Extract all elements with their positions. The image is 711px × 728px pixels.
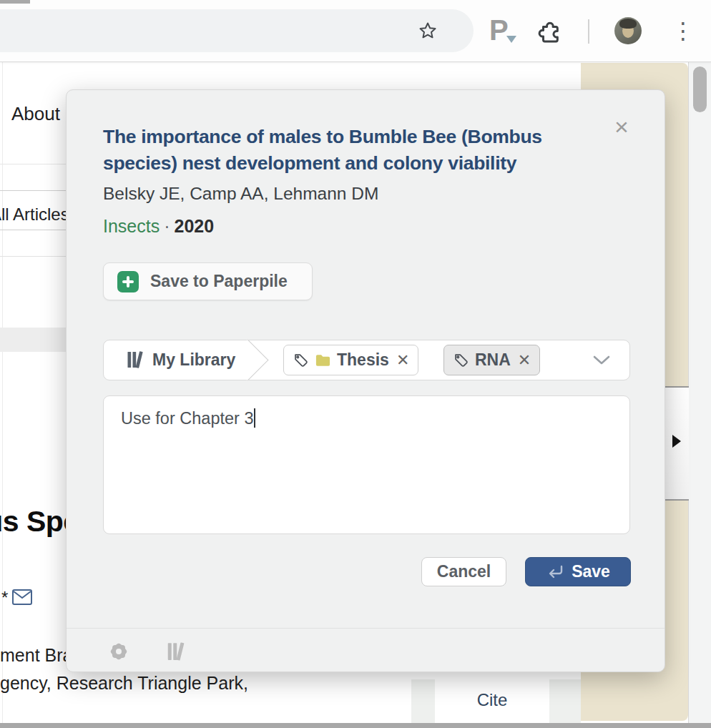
screen: About All Articles Bombus Species * ment…: [0, 0, 711, 728]
return-key-icon: [546, 564, 564, 580]
save-to-paperpile-button[interactable]: Save to Paperpile: [103, 262, 313, 300]
affiliation-text: gency, Research Triangle Park,: [0, 673, 248, 694]
divider: [0, 256, 66, 257]
save-button-label: Save: [572, 562, 610, 581]
viewport-bottom-edge: [0, 723, 711, 728]
extensions-puzzle-icon[interactable]: [536, 17, 564, 44]
chip-label: Thesis: [337, 350, 389, 370]
paper-authors: Belsky JE, Camp AA, Lehmann DM: [103, 184, 378, 204]
plus-icon: [117, 271, 139, 292]
page-scrollbar[interactable]: [688, 62, 711, 728]
note-text: Use for Chapter 3: [121, 409, 253, 428]
paper-title: The importance of males to Bumble Bee (B…: [103, 124, 567, 177]
nav-item-all-articles[interactable]: All Articles: [0, 205, 69, 225]
page-column: [411, 679, 435, 723]
paperpile-extension-icon[interactable]: P: [489, 14, 518, 47]
expand-arrow-icon: [672, 435, 681, 448]
page-left-border: [2, 62, 3, 723]
remove-icon[interactable]: ✕: [395, 351, 409, 370]
note-input[interactable]: Use for Chapter 3: [103, 395, 630, 534]
paperpile-letter: P: [489, 14, 509, 46]
chip-label: RNA: [475, 350, 511, 370]
label-icon: [293, 352, 309, 368]
browser-menu-icon[interactable]: ⋮: [672, 18, 695, 44]
paperpile-save-dialog: × The importance of males to Bumble Bee …: [66, 89, 665, 672]
cite-button[interactable]: Cite: [435, 679, 549, 723]
chevron-down-icon[interactable]: [592, 354, 611, 367]
browser-toolbar: P ⋮: [0, 0, 711, 62]
library-books-icon: [125, 350, 145, 370]
toolbar-divider: [588, 19, 589, 44]
footnote-asterisk: *: [1, 588, 8, 608]
divider: [0, 190, 66, 191]
label-icon: [453, 352, 469, 368]
bookmark-star-icon[interactable]: [418, 21, 438, 41]
library-breadcrumb[interactable]: My Library: [104, 340, 248, 380]
selected-row-highlight: [0, 328, 66, 352]
page-column: [549, 679, 581, 723]
paper-journal-line: Insects·2020: [103, 216, 214, 237]
remove-icon[interactable]: ✕: [516, 351, 531, 370]
cancel-button[interactable]: Cancel: [421, 557, 506, 586]
folder-icon: [315, 353, 331, 368]
profile-avatar[interactable]: [614, 17, 642, 44]
side-panel-handle[interactable]: [665, 386, 689, 501]
footer-divider: [67, 628, 665, 629]
folder-chip-thesis[interactable]: Thesis ✕: [283, 345, 418, 375]
address-bar[interactable]: [0, 9, 474, 52]
close-icon[interactable]: ×: [614, 114, 629, 139]
affiliation-text: ment Bra: [0, 645, 72, 666]
open-library-icon[interactable]: [165, 641, 187, 662]
paperpile-flag: [506, 36, 516, 43]
journal-name: Insects: [103, 216, 160, 236]
window-edge: [0, 0, 30, 4]
tag-chip-rna[interactable]: RNA ✕: [443, 345, 540, 375]
divider: [0, 164, 66, 164]
library-label: My Library: [152, 350, 235, 370]
email-icon[interactable]: [11, 589, 33, 606]
nav-item-about[interactable]: About: [11, 103, 60, 125]
save-button[interactable]: Save: [525, 557, 631, 586]
destination-bar: My Library Thesis ✕ RNA ✕: [103, 340, 630, 380]
divider: [0, 230, 66, 230]
text-cursor: [254, 408, 255, 428]
settings-gear-icon[interactable]: [108, 641, 129, 662]
separator-dot: ·: [160, 216, 174, 236]
scrollbar-thumb[interactable]: [693, 67, 707, 112]
publication-year: 2020: [175, 216, 215, 236]
save-to-paperpile-label: Save to Paperpile: [150, 272, 288, 291]
